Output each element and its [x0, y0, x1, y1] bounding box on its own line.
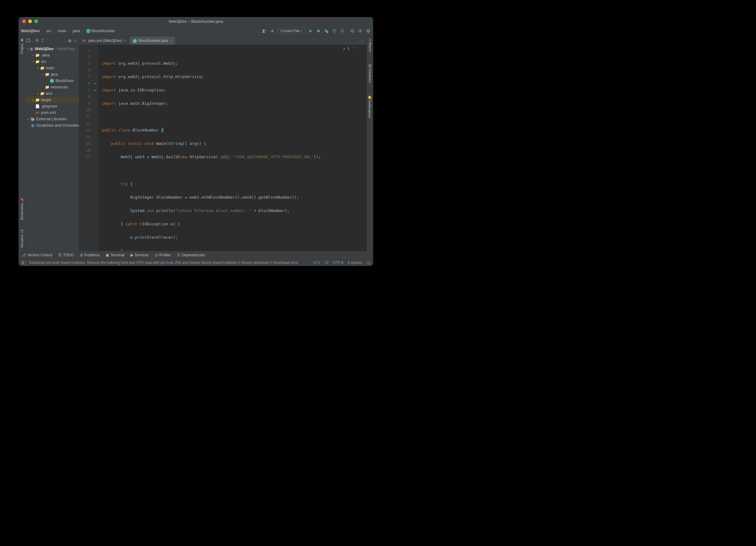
bell-icon: 🔔: [368, 95, 372, 99]
status-right: 17:2 LF UTF-8 4 spaces: [313, 261, 370, 265]
project-tree: ▾▣Web3jDev ~/IdeaProje… ▸📁.idea ▾📁src ▾📁…: [25, 45, 79, 251]
structure-tool-button[interactable]: Structure ☰: [20, 229, 24, 248]
tree-external-libs[interactable]: ▸📚External Libraries: [25, 116, 79, 122]
maven-icon: m: [35, 111, 40, 115]
editor-body[interactable]: 1 2 3 4 5 6 7 8 9 10 11 12 13 14 15 16 1: [79, 45, 366, 251]
close-tab-icon[interactable]: ×: [170, 39, 172, 43]
problems-tool-button[interactable]: ⊘Problems: [80, 253, 100, 257]
svg-rect-25: [22, 261, 23, 264]
run-class-gutter-icon[interactable]: ▶: [93, 80, 98, 87]
bottom-tool-stripe: ⎇Version Control ☰TODO ⊘Problems ▣Termin…: [19, 251, 373, 259]
expand-all-icon[interactable]: [41, 39, 45, 43]
todo-tool-button[interactable]: ☰TODO: [58, 253, 73, 257]
svg-rect-21: [27, 39, 30, 42]
profiler-button[interactable]: [332, 29, 337, 33]
hide-panel-icon[interactable]: —: [73, 39, 78, 43]
services-icon: ▶: [131, 253, 133, 257]
search-button[interactable]: [350, 29, 355, 33]
titlebar: Web3jDev – BlockNumber.java: [19, 17, 373, 26]
class-icon: [86, 29, 90, 33]
breadcrumb-root[interactable]: Web3jDev: [21, 29, 40, 33]
run-configuration-select[interactable]: Current File: [278, 28, 305, 34]
tree-blocknumber[interactable]: CBlockNum: [25, 77, 79, 84]
tree-pom[interactable]: mpom.xml: [25, 109, 79, 116]
code-content[interactable]: import org.web3j.protocol.Web3j; import …: [98, 45, 366, 251]
close-tab-icon[interactable]: ×: [124, 39, 126, 43]
encoding[interactable]: UTF-8: [333, 261, 343, 265]
profiler-tool-button[interactable]: ◷Profiler: [155, 253, 171, 257]
breadcrumb-src[interactable]: src: [46, 29, 51, 33]
debug-button[interactable]: [316, 29, 321, 33]
class-tab-icon: C: [133, 39, 137, 43]
terminal-tool-button[interactable]: ▣Terminal: [106, 253, 124, 257]
line-separator[interactable]: LF: [325, 261, 329, 265]
status-message[interactable]: Download pre-built shared indexes: Reduc…: [29, 261, 313, 265]
svg-rect-26: [367, 262, 369, 264]
notifications-tool-button[interactable]: 🔔 Notifications: [368, 95, 372, 118]
account-icon[interactable]: ▾: [262, 29, 267, 33]
caret-position[interactable]: 17:2: [313, 261, 320, 265]
svg-point-9: [351, 29, 353, 32]
tree-src[interactable]: ▾📁src: [25, 58, 79, 65]
breadcrumb-java[interactable]: java: [73, 29, 80, 33]
database-tool-button[interactable]: 🗄 Database: [368, 64, 372, 83]
deps-icon: ☷: [177, 253, 180, 257]
svg-line-18: [359, 32, 360, 32]
build-icon[interactable]: [270, 29, 275, 33]
parameter-hint: url:: [220, 155, 230, 159]
run-main-gutter-icon[interactable]: ▶: [93, 87, 98, 94]
run-button[interactable]: [308, 29, 313, 33]
vcs-tool-button[interactable]: ⎇Version Control: [22, 253, 52, 257]
tree-target[interactable]: ▸📁target: [25, 97, 79, 103]
code-with-me-icon[interactable]: [366, 29, 371, 33]
tree-root[interactable]: ▾▣Web3jDev ~/IdeaProje…: [25, 46, 79, 52]
tree-java[interactable]: ▾📁java: [25, 71, 79, 77]
editor-area: m pom.xml (Web3jDev) × C BlockNumber.jav…: [79, 36, 366, 251]
minimize-window-button[interactable]: [28, 19, 32, 23]
tree-idea[interactable]: ▸📁.idea: [25, 52, 79, 58]
tree-resources[interactable]: 📁resources: [25, 84, 79, 90]
svg-rect-8: [341, 29, 344, 32]
tab-blocknumber[interactable]: C BlockNumber.java ×: [130, 36, 175, 45]
next-highlight-icon[interactable]: ˅: [355, 47, 357, 51]
select-opened-file-icon[interactable]: [35, 39, 39, 43]
warning-icon: ✔: [343, 47, 346, 51]
maven-stripe-icon: m: [368, 38, 372, 41]
project-settings-icon[interactable]: ⚙: [68, 39, 72, 43]
breadcrumb-file[interactable]: BlockNumber: [86, 29, 115, 33]
bookmark-icon: 🔖: [20, 198, 24, 202]
coverage-button[interactable]: [324, 29, 329, 33]
todo-icon: ☰: [58, 253, 62, 257]
services-tool-button[interactable]: ▶Services: [131, 253, 149, 257]
right-tool-stripe: m Maven 🗄 Database 🔔 Notifications: [366, 36, 373, 251]
inspection-widget[interactable]: ✔ 1 ˄ ˅: [343, 47, 357, 51]
stop-button[interactable]: [340, 29, 345, 33]
left-tool-stripe: Project ▮ Bookmarks 🔖 Structure ☰: [19, 36, 25, 251]
tree-main[interactable]: ▾📁main: [25, 65, 79, 71]
readonly-lock-icon[interactable]: [366, 261, 370, 264]
bookmarks-tool-button[interactable]: Bookmarks 🔖: [20, 198, 24, 220]
tree-scratches[interactable]: ▣Scratches and Consoles: [25, 122, 79, 128]
dependencies-tool-button[interactable]: ☷Dependencies: [177, 253, 205, 257]
window-title: Web3jDev – BlockNumber.java: [169, 19, 223, 24]
tool-windows-toggle-icon[interactable]: [22, 260, 26, 265]
indent-status[interactable]: 4 spaces: [348, 261, 362, 265]
editor-tabs: m pom.xml (Web3jDev) × C BlockNumber.jav…: [79, 36, 366, 45]
tree-test[interactable]: ▸📁test: [25, 90, 79, 97]
maximize-window-button[interactable]: [34, 19, 38, 23]
branch-icon: ⎇: [22, 253, 26, 257]
breadcrumb-main[interactable]: main: [58, 29, 66, 33]
tree-gitignore[interactable]: 📄.gitignore: [25, 103, 79, 109]
settings-button[interactable]: [358, 29, 363, 33]
ide-window: Web3jDev – BlockNumber.java Web3jDev src…: [19, 17, 373, 266]
svg-line-10: [353, 32, 354, 33]
tabs-more-icon[interactable]: ⋮: [356, 36, 366, 45]
prev-highlight-icon[interactable]: ˄: [351, 47, 353, 51]
maven-tool-button[interactable]: m Maven: [368, 38, 372, 52]
tab-pom[interactable]: m pom.xml (Web3jDev) ×: [79, 36, 130, 45]
project-tool-button[interactable]: Project ▮: [20, 38, 24, 54]
terminal-icon: ▣: [106, 253, 109, 257]
close-window-button[interactable]: [22, 19, 26, 23]
profiler-tool-icon: ◷: [155, 253, 158, 257]
project-view-selector[interactable]: [26, 39, 31, 43]
